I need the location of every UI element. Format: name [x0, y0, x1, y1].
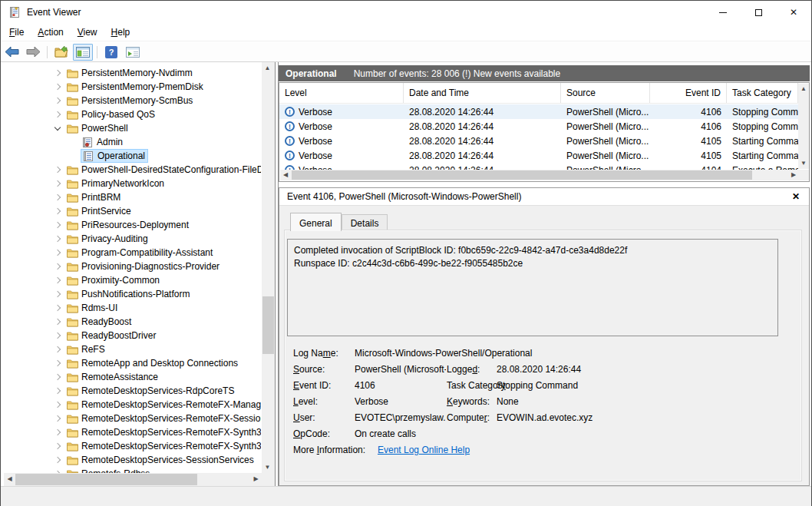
chevron-right-icon[interactable]	[50, 84, 65, 89]
chevron-right-icon[interactable]	[50, 181, 65, 186]
detail-close-button[interactable]: ✕	[792, 191, 800, 202]
tree-hscroll-thumb[interactable]	[15, 474, 197, 485]
scroll-left-icon[interactable]: ◀	[4, 473, 15, 485]
maximize-button[interactable]	[741, 1, 776, 24]
menu-action[interactable]: Action	[31, 25, 70, 40]
chevron-right-icon[interactable]	[50, 361, 65, 365]
show-action-pane-button[interactable]	[123, 44, 143, 61]
minimize-button[interactable]	[705, 1, 741, 24]
show-console-tree-button[interactable]	[73, 44, 93, 61]
scroll-right-icon[interactable]: ▶	[250, 473, 262, 485]
scroll-right-icon[interactable]: ▶	[788, 170, 799, 180]
tree-item[interactable]: PersistentMemory-PmemDisk	[4, 80, 261, 94]
tree-item[interactable]: Program-Compatibility-Assistant	[4, 246, 261, 260]
tree-item[interactable]: ReadyBoostDriver	[4, 329, 261, 342]
chevron-right-icon[interactable]	[50, 195, 65, 200]
scroll-left-icon[interactable]: ◀	[280, 170, 291, 180]
chevron-right-icon[interactable]	[50, 319, 65, 324]
chevron-right-icon[interactable]	[50, 430, 65, 435]
chevron-right-icon[interactable]	[50, 389, 65, 393]
tree-item[interactable]: RemoteApp and Desktop Connections	[4, 356, 261, 370]
tree-item[interactable]: Admin	[4, 135, 261, 149]
chevron-right-icon[interactable]	[50, 333, 65, 338]
tree-item[interactable]: Policy-based QoS	[4, 107, 261, 121]
menu-view[interactable]: View	[71, 25, 104, 40]
tree-item[interactable]: RemoteDesktopServices-RdpCoreTS	[4, 384, 261, 398]
tree-item[interactable]: PriResources-Deployment	[4, 218, 261, 232]
tree-item[interactable]: Operational	[4, 149, 261, 163]
chevron-right-icon[interactable]	[50, 416, 65, 421]
chevron-right-icon[interactable]	[50, 236, 65, 241]
tree-item[interactable]: RemoteDesktopServices-RemoteFX-Synth3dv	[4, 425, 261, 439]
back-button[interactable]	[2, 44, 21, 61]
tree-item[interactable]: PrintBRM	[4, 190, 261, 204]
chevron-right-icon[interactable]	[50, 112, 65, 117]
tab-details[interactable]: Details	[342, 214, 388, 231]
column-header-task-category[interactable]: Task Category	[727, 83, 798, 103]
menu-help[interactable]: Help	[104, 25, 137, 40]
table-vertical-scrollbar[interactable]: ▲ ▼	[798, 84, 809, 169]
chevron-right-icon[interactable]	[50, 375, 65, 379]
table-row[interactable]: !Verbose 28.08.2020 14:26:44 PowerShell …	[279, 148, 798, 163]
tree-item[interactable]: PrimaryNetworkIcon	[4, 177, 261, 190]
chevron-right-icon[interactable]	[50, 71, 65, 75]
tree-item[interactable]: Rdms-UI	[4, 301, 261, 315]
scroll-down-icon[interactable]: ▼	[262, 461, 273, 473]
chevron-right-icon[interactable]	[50, 278, 65, 283]
tree-item[interactable]: RemoteDesktopServices-RemoteFX-Manager	[4, 398, 261, 412]
tree-item[interactable]: RemoteDesktopServices-RemoteFX-Synth3dv	[4, 439, 261, 453]
scroll-up-icon[interactable]: ▲	[798, 84, 809, 94]
table-row[interactable]: !Verbose 28.08.2020 14:26:44 PowerShell …	[279, 119, 798, 134]
chevron-right-icon[interactable]	[50, 98, 65, 103]
column-header-date[interactable]: Date and Time	[404, 83, 561, 103]
folder-icon	[67, 96, 78, 106]
chevron-down-icon[interactable]	[50, 127, 65, 130]
tree-item[interactable]: Proximity-Common	[4, 273, 261, 287]
table-hscroll-thumb[interactable]	[292, 170, 752, 180]
tree-item[interactable]: PushNotifications-Platform	[4, 287, 261, 301]
event-description[interactable]: Completed invocation of ScriptBlock ID: …	[287, 239, 778, 336]
scroll-down-icon[interactable]: ▼	[798, 158, 809, 169]
table-row[interactable]: !Verbose 28.08.2020 14:26:44 PowerShell …	[279, 163, 798, 170]
menu-file[interactable]: File	[2, 25, 31, 40]
tree-item[interactable]: PersistentMemory-Nvdimm	[4, 66, 261, 80]
tree-item[interactable]: PowerShell	[4, 121, 261, 135]
tree-item[interactable]: Provisioning-Diagnostics-Provider	[4, 260, 261, 273]
chevron-right-icon[interactable]	[50, 250, 65, 255]
chevron-right-icon[interactable]	[50, 402, 65, 407]
column-header-level[interactable]: Level	[279, 83, 404, 103]
export-button[interactable]	[51, 44, 71, 61]
column-header-event-id[interactable]: Event ID	[650, 83, 727, 103]
chevron-right-icon[interactable]	[50, 167, 65, 172]
tree-horizontal-scrollbar[interactable]: ◀ ▶	[4, 473, 262, 486]
chevron-right-icon[interactable]	[50, 306, 65, 310]
column-header-source[interactable]: Source	[561, 83, 650, 103]
chevron-right-icon[interactable]	[50, 264, 65, 269]
chevron-right-icon[interactable]	[50, 223, 65, 227]
chevron-right-icon[interactable]	[50, 209, 65, 213]
scroll-up-icon[interactable]: ▲	[262, 62, 273, 74]
tree-item[interactable]: ReFS	[4, 342, 261, 356]
event-log-online-help-link[interactable]: Event Log Online Help	[378, 442, 801, 458]
tree-item[interactable]: ReadyBoost	[4, 315, 261, 329]
chevron-right-icon[interactable]	[50, 347, 65, 352]
tree-item[interactable]: PowerShell-DesiredStateConfiguration-Fil…	[4, 163, 261, 177]
tree-item[interactable]: PersistentMemory-ScmBus	[4, 94, 261, 107]
forward-button[interactable]	[23, 44, 43, 61]
tree-item[interactable]: Privacy-Auditing	[4, 232, 261, 246]
tree-item[interactable]: RemoteDesktopServices-SessionServices	[4, 453, 261, 467]
tree-item[interactable]: RemoteAssistance	[4, 370, 261, 384]
table-row[interactable]: !Verbose 28.08.2020 14:26:44 PowerShell …	[279, 134, 798, 148]
tree-vscroll-thumb[interactable]	[262, 296, 274, 354]
tree-item[interactable]: PrintService	[4, 204, 261, 218]
tree-item[interactable]: RemoteDesktopServices-RemoteFX-SessionL	[4, 412, 261, 425]
close-button[interactable]: ✕	[776, 1, 811, 24]
chevron-right-icon[interactable]	[50, 444, 65, 448]
chevron-right-icon[interactable]	[50, 458, 65, 462]
help-button[interactable]: ?	[101, 44, 121, 61]
tree-vertical-scrollbar[interactable]: ▲ ▼	[262, 62, 275, 473]
table-horizontal-scrollbar[interactable]: ◀ ▶	[280, 170, 799, 180]
tab-general[interactable]: General	[290, 213, 342, 231]
chevron-right-icon[interactable]	[50, 292, 65, 296]
table-row[interactable]: !Verbose 28.08.2020 14:26:44 PowerShell …	[279, 104, 798, 119]
